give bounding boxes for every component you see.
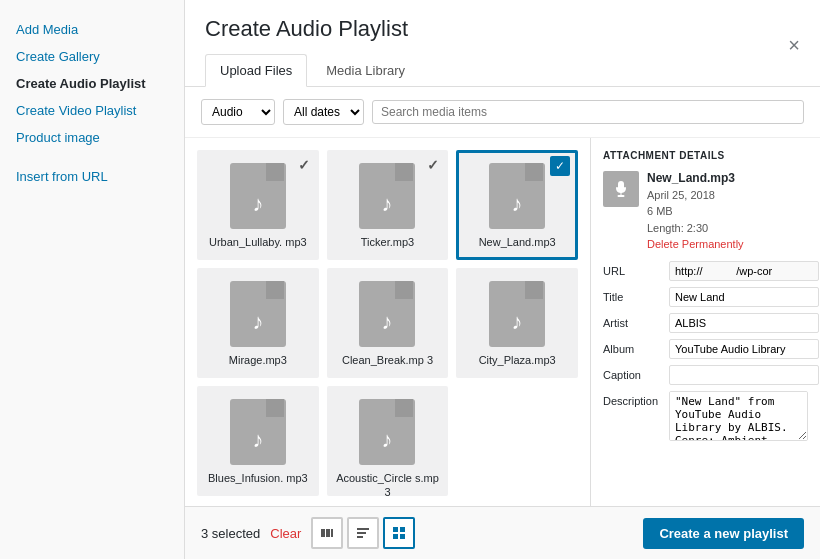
footer-icons bbox=[311, 517, 415, 549]
attachment-size: 6 MB bbox=[647, 203, 744, 220]
media-item-urban-lullaby[interactable]: ✓ ♪ Urban_Lullaby. mp3 bbox=[197, 150, 319, 260]
tab-upload-files[interactable]: Upload Files bbox=[205, 54, 307, 87]
sidebar-item-add-media[interactable]: Add Media bbox=[0, 16, 184, 43]
attachment-panel: ATTACHMENT DETAILS New_Land.mp3 April 25… bbox=[590, 138, 820, 506]
detail-label-title: Title bbox=[603, 287, 663, 303]
svg-text:♪: ♪ bbox=[512, 191, 523, 216]
footer-icon-btn-2[interactable] bbox=[347, 517, 379, 549]
detail-row-title: Title bbox=[603, 287, 808, 307]
modal-footer: 3 selected Clear Create a new playlist bbox=[185, 506, 820, 559]
file-icon-clean-break: ♪ bbox=[357, 279, 417, 349]
svg-text:♪: ♪ bbox=[252, 427, 263, 452]
media-item-ticker[interactable]: ✓ ♪ Ticker.mp3 bbox=[327, 150, 449, 260]
svg-text:♪: ♪ bbox=[252, 309, 263, 334]
thumb-info: New_Land.mp3 April 25, 2018 6 MB Length:… bbox=[647, 171, 744, 251]
attachment-thumb: New_Land.mp3 April 25, 2018 6 MB Length:… bbox=[603, 171, 808, 251]
detail-row-description: Description"New Land" from YouTube Audio… bbox=[603, 391, 808, 441]
file-icon-urban-lullaby: ♪ bbox=[228, 161, 288, 231]
media-item-clean-break[interactable]: ♪ Clean_Break.mp 3 bbox=[327, 268, 449, 378]
sidebar-item-create-video-playlist[interactable]: Create Video Playlist bbox=[0, 97, 184, 124]
thumb-icon bbox=[603, 171, 639, 207]
footer-left: 3 selected Clear bbox=[201, 517, 415, 549]
svg-rect-4 bbox=[395, 163, 413, 181]
sidebar: Add Media Create Gallery Create Audio Pl… bbox=[0, 0, 185, 559]
media-grid: ✓ ♪ Urban_Lullaby. mp3✓ ♪ Ticker.mp3✓ ♪ … bbox=[185, 138, 590, 506]
attachment-length: Length: 2:30 bbox=[647, 220, 744, 237]
detail-row-url: URL bbox=[603, 261, 808, 281]
detail-label-description: Description bbox=[603, 391, 663, 407]
detail-input-artist[interactable] bbox=[669, 313, 819, 333]
media-name-acoustic-circles: Acoustic_Circle s.mp3 bbox=[336, 471, 440, 500]
detail-row-artist: Artist bbox=[603, 313, 808, 333]
media-name-ticker: Ticker.mp3 bbox=[361, 235, 414, 249]
close-button[interactable]: × bbox=[788, 35, 800, 55]
svg-text:♪: ♪ bbox=[382, 427, 393, 452]
media-name-blues-infusion: Blues_Infusion. mp3 bbox=[208, 471, 308, 485]
svg-rect-19 bbox=[266, 399, 284, 417]
detail-label-caption: Caption bbox=[603, 365, 663, 381]
footer-icon-btn-1[interactable] bbox=[311, 517, 343, 549]
file-icon-mirage: ♪ bbox=[228, 279, 288, 349]
media-name-mirage: Mirage.mp3 bbox=[229, 353, 287, 367]
file-icon-new-land: ♪ bbox=[487, 161, 547, 231]
detail-label-album: Album bbox=[603, 339, 663, 355]
svg-rect-16 bbox=[525, 281, 543, 299]
detail-row-album: Album bbox=[603, 339, 808, 359]
file-icon-blues-infusion: ♪ bbox=[228, 397, 288, 467]
delete-permanently-link[interactable]: Delete Permanently bbox=[647, 238, 744, 250]
detail-input-album[interactable] bbox=[669, 339, 819, 359]
tab-bar: Upload Files Media Library bbox=[205, 54, 424, 87]
footer-icon-btn-3[interactable] bbox=[383, 517, 415, 549]
media-item-city-plaza[interactable]: ♪ City_Plaza.mp3 bbox=[456, 268, 578, 378]
attachment-details-heading: ATTACHMENT DETAILS bbox=[603, 150, 808, 161]
detail-label-url: URL bbox=[603, 261, 663, 277]
sidebar-item-create-audio-playlist: Create Audio Playlist bbox=[0, 70, 184, 97]
detail-input-url[interactable] bbox=[669, 261, 819, 281]
modal: Create Audio Playlist Upload Files Media… bbox=[185, 0, 820, 559]
svg-rect-13 bbox=[395, 281, 413, 299]
svg-rect-26 bbox=[393, 534, 398, 539]
svg-rect-24 bbox=[393, 527, 398, 532]
media-name-new-land: New_Land.mp3 bbox=[479, 235, 556, 249]
search-input[interactable] bbox=[372, 100, 804, 124]
svg-text:♪: ♪ bbox=[252, 191, 263, 216]
media-item-mirage[interactable]: ♪ Mirage.mp3 bbox=[197, 268, 319, 378]
svg-rect-7 bbox=[525, 163, 543, 181]
svg-text:♪: ♪ bbox=[382, 309, 393, 334]
detail-input-caption[interactable] bbox=[669, 365, 819, 385]
sidebar-item-product-image[interactable]: Product image bbox=[0, 124, 184, 151]
media-name-city-plaza: City_Plaza.mp3 bbox=[479, 353, 556, 367]
media-item-acoustic-circles[interactable]: ♪ Acoustic_Circle s.mp3 bbox=[327, 386, 449, 496]
detail-row-caption: Caption bbox=[603, 365, 808, 385]
svg-rect-10 bbox=[266, 281, 284, 299]
svg-rect-27 bbox=[400, 534, 405, 539]
modal-header: Create Audio Playlist Upload Files Media… bbox=[185, 0, 820, 87]
detail-input-description[interactable]: "New Land" from YouTube Audio Library by… bbox=[669, 391, 808, 441]
svg-rect-22 bbox=[395, 399, 413, 417]
sidebar-item-insert-from-url[interactable]: Insert from URL bbox=[0, 163, 184, 190]
modal-title: Create Audio Playlist bbox=[205, 16, 424, 42]
file-icon-acoustic-circles: ♪ bbox=[357, 397, 417, 467]
detail-label-artist: Artist bbox=[603, 313, 663, 329]
create-playlist-button[interactable]: Create a new playlist bbox=[643, 518, 804, 549]
svg-rect-1 bbox=[266, 163, 284, 181]
toolbar: Audio Images Video All dates bbox=[185, 87, 820, 138]
tab-media-library[interactable]: Media Library bbox=[311, 54, 420, 87]
detail-input-title[interactable] bbox=[669, 287, 819, 307]
media-item-new-land[interactable]: ✓ ♪ New_Land.mp3 bbox=[456, 150, 578, 260]
clear-link[interactable]: Clear bbox=[270, 526, 301, 541]
media-name-clean-break: Clean_Break.mp 3 bbox=[342, 353, 433, 367]
file-icon-ticker: ♪ bbox=[357, 161, 417, 231]
attachment-date: April 25, 2018 bbox=[647, 187, 744, 204]
attachment-filename: New_Land.mp3 bbox=[647, 171, 744, 187]
filter-date-select[interactable]: All dates bbox=[283, 99, 364, 125]
svg-text:♪: ♪ bbox=[382, 191, 393, 216]
filter-type-select[interactable]: Audio Images Video bbox=[201, 99, 275, 125]
svg-rect-25 bbox=[400, 527, 405, 532]
media-name-urban-lullaby: Urban_Lullaby. mp3 bbox=[209, 235, 307, 249]
selected-count: 3 selected bbox=[201, 526, 260, 541]
content-area: ✓ ♪ Urban_Lullaby. mp3✓ ♪ Ticker.mp3✓ ♪ … bbox=[185, 138, 820, 506]
file-icon-city-plaza: ♪ bbox=[487, 279, 547, 349]
media-item-blues-infusion[interactable]: ♪ Blues_Infusion. mp3 bbox=[197, 386, 319, 496]
sidebar-item-create-gallery[interactable]: Create Gallery bbox=[0, 43, 184, 70]
